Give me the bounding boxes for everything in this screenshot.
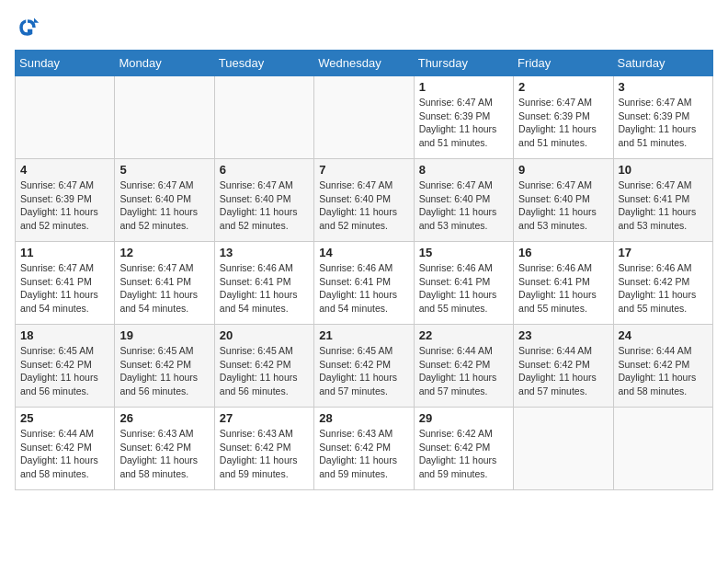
day-number: 19 [119,328,209,342]
calendar-header-wednesday: Wednesday [314,51,414,76]
calendar-cell: 27Sunrise: 6:43 AM Sunset: 6:42 PM Dayli… [214,408,313,490]
calendar-cell [214,76,313,159]
day-info: Sunrise: 6:47 AM Sunset: 6:39 PM Dayligh… [518,96,608,150]
day-number: 5 [119,163,209,177]
day-info: Sunrise: 6:47 AM Sunset: 6:40 PM Dayligh… [518,178,608,233]
day-info: Sunrise: 6:47 AM Sunset: 6:40 PM Dayligh… [419,178,508,233]
day-info: Sunrise: 6:46 AM Sunset: 6:41 PM Dayligh… [518,261,608,316]
day-number: 22 [419,328,508,342]
day-info: Sunrise: 6:44 AM Sunset: 6:42 PM Dayligh… [619,344,708,398]
day-number: 17 [619,246,708,259]
day-info: Sunrise: 6:43 AM Sunset: 6:42 PM Dayligh… [220,427,309,481]
calendar-header-monday: Monday [115,51,214,76]
day-number: 1 [419,80,508,94]
calendar-cell: 25Sunrise: 6:44 AM Sunset: 6:42 PM Dayli… [16,408,115,490]
day-info: Sunrise: 6:43 AM Sunset: 6:42 PM Dayligh… [119,427,209,481]
calendar-cell: 15Sunrise: 6:46 AM Sunset: 6:41 PM Dayli… [414,242,513,325]
calendar-cell: 4Sunrise: 6:47 AM Sunset: 6:39 PM Daylig… [16,159,115,242]
calendar-cell: 5Sunrise: 6:47 AM Sunset: 6:40 PM Daylig… [115,159,214,242]
calendar-cell: 2Sunrise: 6:47 AM Sunset: 6:39 PM Daylig… [514,76,613,159]
day-number: 26 [119,411,209,425]
day-number: 24 [619,328,708,342]
day-info: Sunrise: 6:42 AM Sunset: 6:42 PM Dayligh… [419,427,508,481]
day-number: 28 [319,411,408,425]
day-info: Sunrise: 6:47 AM Sunset: 6:39 PM Dayligh… [20,178,109,233]
day-number: 8 [419,163,508,177]
calendar-cell: 18Sunrise: 6:45 AM Sunset: 6:42 PM Dayli… [16,325,115,408]
day-number: 14 [319,246,408,259]
day-info: Sunrise: 6:47 AM Sunset: 6:40 PM Dayligh… [119,178,209,233]
day-number: 23 [518,328,608,342]
day-info: Sunrise: 6:47 AM Sunset: 6:41 PM Dayligh… [119,261,209,316]
day-number: 6 [220,163,309,177]
calendar-header-thursday: Thursday [414,51,513,76]
calendar-week-row: 18Sunrise: 6:45 AM Sunset: 6:42 PM Dayli… [16,325,713,408]
calendar-week-row: 4Sunrise: 6:47 AM Sunset: 6:39 PM Daylig… [16,159,713,242]
calendar-week-row: 1Sunrise: 6:47 AM Sunset: 6:39 PM Daylig… [16,76,713,159]
calendar-cell: 7Sunrise: 6:47 AM Sunset: 6:40 PM Daylig… [314,159,414,242]
day-info: Sunrise: 6:47 AM Sunset: 6:39 PM Dayligh… [419,96,508,150]
calendar-cell: 13Sunrise: 6:46 AM Sunset: 6:41 PM Dayli… [214,242,313,325]
calendar-cell: 26Sunrise: 6:43 AM Sunset: 6:42 PM Dayli… [115,408,214,490]
day-info: Sunrise: 6:46 AM Sunset: 6:41 PM Dayligh… [419,261,508,316]
day-number: 25 [20,411,109,425]
day-info: Sunrise: 6:45 AM Sunset: 6:42 PM Dayligh… [319,344,408,398]
day-info: Sunrise: 6:44 AM Sunset: 6:42 PM Dayligh… [518,344,608,398]
day-info: Sunrise: 6:47 AM Sunset: 6:39 PM Dayligh… [619,96,708,150]
calendar-header-saturday: Saturday [613,51,712,76]
day-number: 29 [419,411,508,425]
day-info: Sunrise: 6:45 AM Sunset: 6:42 PM Dayligh… [119,344,209,398]
day-number: 13 [220,246,309,259]
day-number: 9 [518,163,608,177]
calendar-cell: 16Sunrise: 6:46 AM Sunset: 6:41 PM Dayli… [514,242,613,325]
calendar-cell: 17Sunrise: 6:46 AM Sunset: 6:42 PM Dayli… [613,242,712,325]
day-info: Sunrise: 6:47 AM Sunset: 6:40 PM Dayligh… [319,178,408,233]
calendar-cell: 8Sunrise: 6:47 AM Sunset: 6:40 PM Daylig… [414,159,513,242]
day-info: Sunrise: 6:47 AM Sunset: 6:41 PM Dayligh… [619,178,708,233]
day-number: 20 [220,328,309,342]
day-info: Sunrise: 6:46 AM Sunset: 6:42 PM Dayligh… [619,261,708,316]
day-info: Sunrise: 6:45 AM Sunset: 6:42 PM Dayligh… [20,344,109,398]
day-number: 11 [20,246,109,259]
calendar-cell: 6Sunrise: 6:47 AM Sunset: 6:40 PM Daylig… [214,159,313,242]
calendar-week-row: 25Sunrise: 6:44 AM Sunset: 6:42 PM Dayli… [16,408,713,490]
day-info: Sunrise: 6:46 AM Sunset: 6:41 PM Dayligh… [319,261,408,316]
day-info: Sunrise: 6:47 AM Sunset: 6:40 PM Dayligh… [220,178,309,233]
calendar-cell: 14Sunrise: 6:46 AM Sunset: 6:41 PM Dayli… [314,242,414,325]
calendar-cell [115,76,214,159]
day-number: 16 [518,246,608,259]
day-number: 15 [419,246,508,259]
day-info: Sunrise: 6:45 AM Sunset: 6:42 PM Dayligh… [220,344,309,398]
day-number: 4 [20,163,109,177]
svg-marker-0 [34,18,39,23]
calendar-header-row: SundayMondayTuesdayWednesdayThursdayFrid… [16,51,713,76]
day-info: Sunrise: 6:47 AM Sunset: 6:41 PM Dayligh… [20,261,109,316]
day-number: 7 [319,163,408,177]
calendar-cell: 9Sunrise: 6:47 AM Sunset: 6:40 PM Daylig… [514,159,613,242]
calendar-cell [613,408,712,490]
calendar-cell: 19Sunrise: 6:45 AM Sunset: 6:42 PM Dayli… [115,325,214,408]
day-info: Sunrise: 6:43 AM Sunset: 6:42 PM Dayligh… [319,427,408,481]
calendar-cell: 22Sunrise: 6:44 AM Sunset: 6:42 PM Dayli… [414,325,513,408]
calendar-cell: 11Sunrise: 6:47 AM Sunset: 6:41 PM Dayli… [16,242,115,325]
calendar-header-tuesday: Tuesday [214,51,313,76]
calendar-header-sunday: Sunday [16,51,115,76]
calendar-cell: 29Sunrise: 6:42 AM Sunset: 6:42 PM Dayli… [414,408,513,490]
calendar-cell: 20Sunrise: 6:45 AM Sunset: 6:42 PM Dayli… [214,325,313,408]
calendar-cell [514,408,613,490]
calendar-cell: 1Sunrise: 6:47 AM Sunset: 6:39 PM Daylig… [414,76,513,159]
day-number: 3 [619,80,708,94]
calendar-cell [16,76,115,159]
calendar-cell: 24Sunrise: 6:44 AM Sunset: 6:42 PM Dayli… [613,325,712,408]
day-info: Sunrise: 6:46 AM Sunset: 6:41 PM Dayligh… [220,261,309,316]
calendar-table: SundayMondayTuesdayWednesdayThursdayFrid… [15,50,713,490]
calendar-week-row: 11Sunrise: 6:47 AM Sunset: 6:41 PM Dayli… [16,242,713,325]
calendar-cell: 28Sunrise: 6:43 AM Sunset: 6:42 PM Dayli… [314,408,414,490]
page-header [15,15,713,40]
calendar-cell [314,76,414,159]
calendar-header-friday: Friday [514,51,613,76]
day-number: 2 [518,80,608,94]
day-info: Sunrise: 6:44 AM Sunset: 6:42 PM Dayligh… [419,344,508,398]
calendar-cell: 21Sunrise: 6:45 AM Sunset: 6:42 PM Dayli… [314,325,414,408]
logo [15,15,44,40]
